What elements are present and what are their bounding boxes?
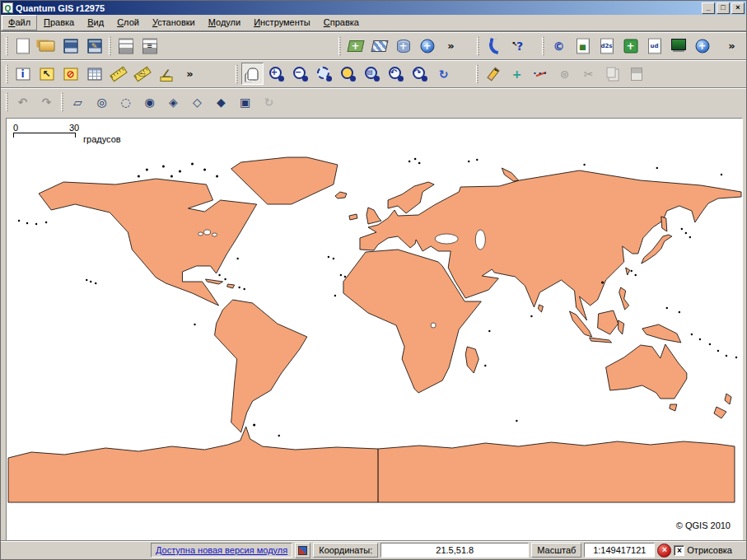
mapserver-export-button[interactable] bbox=[667, 35, 689, 57]
delete-selected-icon bbox=[556, 65, 574, 83]
add-vector-layer-button[interactable] bbox=[344, 35, 366, 57]
toolbar-handle[interactable] bbox=[542, 37, 544, 55]
gps-tools-button[interactable] bbox=[619, 35, 642, 57]
new-print-composer-button[interactable] bbox=[114, 35, 137, 57]
coordinate-capture-button[interactable] bbox=[691, 35, 713, 57]
pan-map-button[interactable] bbox=[241, 63, 264, 85]
merge-features-icon bbox=[236, 93, 254, 111]
save-project-button[interactable] bbox=[59, 35, 82, 57]
select-features-button[interactable] bbox=[35, 63, 58, 85]
toolbar-handle[interactable] bbox=[6, 65, 8, 83]
merge-features-button[interactable] bbox=[234, 91, 256, 113]
refresh-map-button[interactable] bbox=[432, 63, 455, 85]
node-tool-icon bbox=[532, 65, 550, 83]
save-project-as-button[interactable] bbox=[83, 35, 105, 57]
coordinate-capture-icon bbox=[693, 37, 712, 55]
plugin-update-link[interactable]: Доступна новая версия модуля bbox=[156, 545, 287, 555]
menu-item-view[interactable]: Вид bbox=[81, 15, 110, 30]
toolbar-row3 bbox=[1, 87, 746, 115]
menu-item-tools[interactable]: Инструменты bbox=[247, 15, 317, 30]
measure-line-icon bbox=[110, 65, 128, 83]
menu-item-file[interactable]: Файл bbox=[2, 15, 37, 30]
menu-item-edit[interactable]: Правка bbox=[37, 15, 81, 30]
plugin-toolbar-overflow-icon bbox=[726, 37, 738, 55]
render-checkbox[interactable]: × bbox=[674, 545, 684, 556]
measure-angle-button[interactable] bbox=[155, 63, 177, 85]
paste-features-icon bbox=[628, 65, 646, 83]
zoom-out-icon bbox=[292, 65, 310, 83]
identify-features-icon bbox=[14, 65, 32, 83]
plugin-icon bbox=[298, 546, 307, 555]
menu-item-help[interactable]: Справка bbox=[317, 15, 366, 30]
composer-manager-button[interactable] bbox=[138, 35, 161, 57]
add-raster-layer-button[interactable] bbox=[368, 35, 390, 57]
map-canvas[interactable]: 0 30 градусов © QGIS 2010 bbox=[6, 118, 743, 541]
toolbar-handle[interactable] bbox=[477, 37, 479, 55]
zoom-full-button[interactable] bbox=[337, 63, 359, 85]
move-feature-button[interactable] bbox=[506, 63, 528, 85]
layer-toolbar-overflow-button[interactable] bbox=[440, 35, 462, 57]
zoom-last-button[interactable] bbox=[385, 63, 407, 85]
open-attribute-table-button[interactable] bbox=[83, 63, 105, 85]
toggle-editing-icon bbox=[484, 65, 502, 83]
attribute-toolbar-overflow-button[interactable] bbox=[179, 63, 201, 85]
toolbar-handle[interactable] bbox=[6, 93, 8, 111]
measure-area-button[interactable] bbox=[131, 63, 153, 85]
measure-line-button[interactable] bbox=[107, 63, 129, 85]
delete-ring-button[interactable] bbox=[91, 91, 113, 113]
scale-label: Масштаб bbox=[531, 543, 581, 558]
menu-item-plugins[interactable]: Модули bbox=[202, 15, 247, 30]
zoom-in-icon bbox=[268, 65, 286, 83]
dxf2shp-converter-button[interactable] bbox=[595, 35, 618, 57]
copyright-label-button[interactable] bbox=[548, 35, 570, 57]
menu-item-layer[interactable]: Слой bbox=[110, 15, 146, 30]
toolbar-handle[interactable] bbox=[338, 37, 341, 55]
toolbar-handle[interactable] bbox=[6, 37, 8, 55]
close-button[interactable]: × bbox=[731, 2, 745, 14]
zoom-in-button[interactable] bbox=[265, 63, 287, 85]
land-greenland bbox=[231, 157, 338, 204]
identify-features-button[interactable] bbox=[12, 63, 34, 85]
toolbar-handle[interactable] bbox=[61, 93, 63, 111]
whats-this-button[interactable] bbox=[507, 35, 529, 57]
delete-part-icon bbox=[117, 93, 135, 111]
reshape-features-button[interactable] bbox=[186, 91, 208, 113]
plugin-toolbar-overflow-button[interactable] bbox=[721, 35, 743, 57]
zoom-to-selection-button[interactable] bbox=[313, 63, 335, 85]
add-ring-button[interactable] bbox=[138, 91, 161, 113]
land-iceland bbox=[335, 192, 347, 198]
delete-part-button[interactable] bbox=[114, 91, 137, 113]
scale-field[interactable] bbox=[584, 543, 655, 558]
add-postgis-layer-button[interactable] bbox=[392, 35, 414, 57]
maximize-button[interactable]: □ bbox=[717, 2, 730, 14]
toolbar-handle[interactable] bbox=[109, 37, 111, 55]
node-tool-button[interactable] bbox=[530, 63, 552, 85]
new-project-button[interactable] bbox=[12, 35, 34, 57]
land-north-america bbox=[39, 179, 257, 306]
simplify-feature-button[interactable] bbox=[67, 91, 89, 113]
zoom-full-icon bbox=[339, 65, 357, 83]
zoom-out-button[interactable] bbox=[289, 63, 311, 85]
split-features-button[interactable] bbox=[210, 91, 232, 113]
quick-print-button[interactable] bbox=[572, 35, 594, 57]
add-wms-layer-button[interactable] bbox=[416, 35, 438, 57]
stop-rendering-button[interactable]: × bbox=[657, 544, 671, 558]
ogr-converter-button[interactable] bbox=[643, 35, 665, 57]
zoom-next-button[interactable] bbox=[409, 63, 431, 85]
zoom-to-layer-button[interactable] bbox=[361, 63, 383, 85]
open-project-button[interactable] bbox=[35, 35, 58, 57]
menu-item-settings[interactable]: Установки bbox=[146, 15, 202, 30]
help-contents-button[interactable] bbox=[483, 35, 505, 57]
mapserver-export-icon bbox=[670, 37, 688, 55]
add-part-button[interactable] bbox=[162, 91, 184, 113]
coordinates-field[interactable] bbox=[381, 543, 529, 558]
minimize-button[interactable]: _ bbox=[702, 2, 715, 14]
title-bar[interactable]: Q Quantum GIS r12975 _ □ × bbox=[1, 1, 746, 15]
measure-area-icon bbox=[133, 65, 152, 83]
deselect-features-button[interactable] bbox=[59, 63, 82, 85]
plugin-update-button[interactable] bbox=[295, 543, 310, 558]
toolbar-handle[interactable] bbox=[476, 65, 479, 83]
menu-bar: ФайлПравкаВидСлойУстановкиМодулиИнструме… bbox=[1, 15, 746, 31]
toggle-editing-button[interactable] bbox=[482, 63, 504, 85]
toolbar-handle[interactable] bbox=[236, 65, 238, 83]
